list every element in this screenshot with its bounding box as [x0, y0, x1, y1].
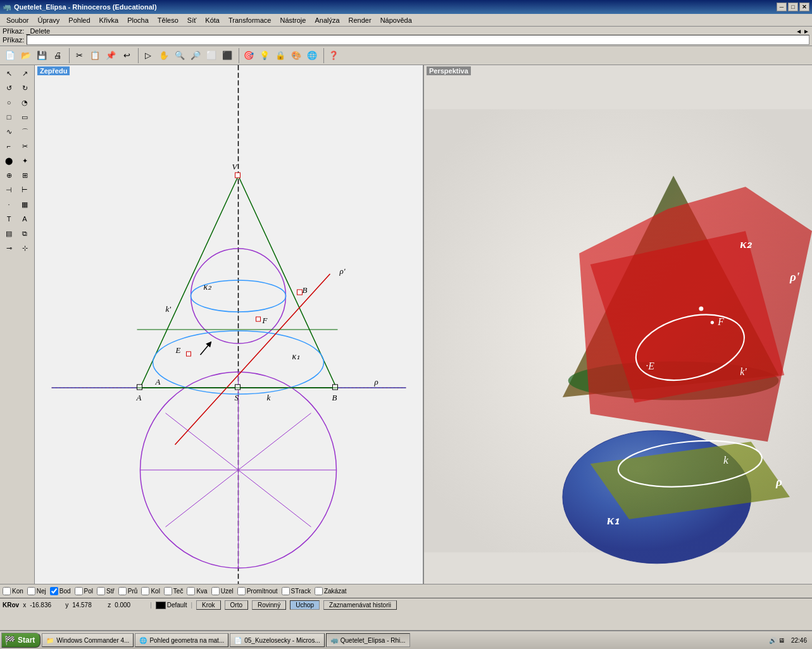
- tool-hatch[interactable]: ▤: [1, 226, 16, 240]
- tool-arc[interactable]: ◔: [17, 96, 32, 109]
- tool-circle[interactable]: ○: [1, 96, 16, 109]
- menu-kota[interactable]: Kóta: [201, 15, 223, 25]
- menu-analyza[interactable]: Analýza: [311, 15, 343, 25]
- tool-misc1[interactable]: ⊸: [1, 241, 16, 255]
- taskbar-item-rhino[interactable]: 🦏 Quetelet_Elipsa - Rhi...: [326, 633, 410, 647]
- menu-plocha[interactable]: Plocha: [123, 15, 153, 25]
- tool-curve2[interactable]: ⌒: [17, 125, 32, 139]
- status-kva[interactable]: Kva: [187, 587, 207, 595]
- tb-help[interactable]: ❓: [326, 48, 341, 63]
- taskbar-item-pohled[interactable]: 🌐 Pohled geometra na mat...: [135, 633, 228, 647]
- tb-save[interactable]: 💾: [34, 48, 49, 63]
- tool-trim[interactable]: ✂: [17, 139, 32, 153]
- menu-render[interactable]: Render: [345, 15, 375, 25]
- check-pol[interactable]: [75, 587, 83, 595]
- check-promitnout[interactable]: [237, 587, 246, 595]
- tool-text[interactable]: A: [17, 212, 32, 226]
- status-kol[interactable]: Kol: [141, 587, 159, 595]
- status-nej[interactable]: Nej: [27, 587, 46, 595]
- menu-soubor[interactable]: Soubor: [3, 15, 32, 25]
- check-bod[interactable]: [50, 587, 58, 595]
- menu-sit[interactable]: Síť: [184, 15, 201, 25]
- status-str[interactable]: Stř: [97, 587, 115, 595]
- status-promitnout[interactable]: Promítnout: [237, 587, 278, 595]
- command-input[interactable]: [27, 35, 809, 45]
- status-kon[interactable]: Kon: [3, 587, 23, 595]
- close-button[interactable]: ✕: [799, 3, 809, 11]
- tb-zoom-plus[interactable]: 🔍: [172, 48, 187, 63]
- check-pru[interactable]: [118, 587, 127, 595]
- tool-rect2[interactable]: ▭: [17, 110, 32, 124]
- status-strack[interactable]: STrack: [282, 587, 311, 595]
- tb-select[interactable]: ▷: [141, 48, 156, 63]
- tool-group[interactable]: ⧉: [17, 226, 32, 240]
- tb-new[interactable]: 📄: [3, 48, 18, 63]
- status-pol[interactable]: Pol: [75, 587, 93, 595]
- rovinny-button[interactable]: Rovinný: [252, 600, 286, 610]
- menu-teleso[interactable]: Těleso: [154, 15, 182, 25]
- tb-object-snap[interactable]: 🎯: [241, 48, 256, 63]
- status-pru[interactable]: Prů: [118, 587, 138, 595]
- tb-open[interactable]: 📂: [18, 48, 34, 63]
- check-zakazat[interactable]: [315, 587, 323, 595]
- viewport-persp[interactable]: Perspektiva: [424, 65, 812, 584]
- tool-move[interactable]: ⊕: [1, 168, 16, 182]
- tool-point[interactable]: ·: [1, 197, 16, 211]
- check-kva[interactable]: [187, 587, 195, 595]
- zaznamenavat-button[interactable]: Zaznamenávat historii: [323, 600, 397, 610]
- tool-split[interactable]: ⊢: [17, 183, 32, 197]
- tb-lock[interactable]: 🔒: [273, 48, 288, 63]
- status-uzel[interactable]: Uzel: [211, 587, 234, 595]
- check-str[interactable]: [97, 587, 105, 595]
- viewport-front[interactable]: Zepředu: [35, 65, 424, 584]
- tb-zoom-window[interactable]: ⬜: [204, 48, 219, 63]
- tool-sphere[interactable]: ⬤: [1, 154, 16, 168]
- tb-copy[interactable]: 📋: [87, 48, 103, 63]
- tool-dim[interactable]: T: [1, 212, 16, 226]
- taskbar-item-word[interactable]: 📄 05_Kuzelosecky - Micros...: [230, 633, 325, 647]
- tb-lights[interactable]: 💡: [257, 48, 272, 63]
- status-tec[interactable]: Teč: [164, 587, 184, 595]
- tb-paste[interactable]: 📌: [103, 48, 118, 63]
- tool-rect[interactable]: □: [1, 110, 16, 124]
- check-tec[interactable]: [164, 587, 172, 595]
- tb-print[interactable]: 🖨: [50, 48, 65, 63]
- menu-nastroje[interactable]: Nástroje: [276, 15, 309, 25]
- tool-arrow2[interactable]: ↗: [17, 66, 32, 80]
- tool-fillet[interactable]: ⌐: [1, 139, 16, 153]
- tb-zoom-ext[interactable]: ⬛: [220, 48, 235, 63]
- orto-button[interactable]: Orto: [225, 600, 248, 610]
- tool-surface[interactable]: ▦: [17, 197, 32, 211]
- tool-curve[interactable]: ∿: [1, 125, 16, 139]
- start-button[interactable]: 🏁 Start: [1, 633, 41, 648]
- krok-button[interactable]: Krok: [196, 600, 221, 610]
- menu-pohled[interactable]: Pohled: [65, 15, 94, 25]
- tb-pan[interactable]: ✋: [156, 48, 172, 63]
- maximize-button[interactable]: □: [788, 3, 798, 11]
- tb-cut[interactable]: ✂: [72, 48, 87, 63]
- menu-transformace[interactable]: Transformace: [225, 15, 275, 25]
- tool-scale[interactable]: ⊞: [17, 168, 32, 182]
- status-bod[interactable]: Bod: [50, 587, 71, 595]
- menu-upravy[interactable]: Úpravy: [34, 15, 63, 25]
- arrow-left-icon[interactable]: ◄: [796, 28, 802, 35]
- tool-extend[interactable]: ⊣: [1, 183, 16, 197]
- check-strack[interactable]: [282, 587, 290, 595]
- tool-arrow[interactable]: ↖: [1, 66, 16, 80]
- check-uzel[interactable]: [211, 587, 220, 595]
- menu-krivka[interactable]: Křivka: [96, 15, 123, 25]
- arrow-right-icon[interactable]: ►: [803, 28, 809, 35]
- taskbar-item-commander[interactable]: 📁 Windows Commander 4...: [42, 633, 134, 647]
- menu-napoveda[interactable]: Nápověda: [377, 15, 416, 25]
- tb-zoom-minus[interactable]: 🔎: [188, 48, 203, 63]
- check-kon[interactable]: [3, 587, 11, 595]
- tool-star[interactable]: ✦: [17, 154, 32, 168]
- tool-rotate-right[interactable]: ↻: [17, 81, 32, 95]
- tool-rotate-left[interactable]: ↺: [1, 81, 16, 95]
- check-kol[interactable]: [141, 587, 149, 595]
- tb-undo[interactable]: ↩: [119, 48, 134, 63]
- minimize-button[interactable]: ─: [777, 3, 787, 11]
- uchop-button[interactable]: Uchop: [290, 600, 320, 610]
- tb-render[interactable]: 🎨: [289, 48, 304, 63]
- tool-misc2[interactable]: ⊹: [17, 241, 32, 255]
